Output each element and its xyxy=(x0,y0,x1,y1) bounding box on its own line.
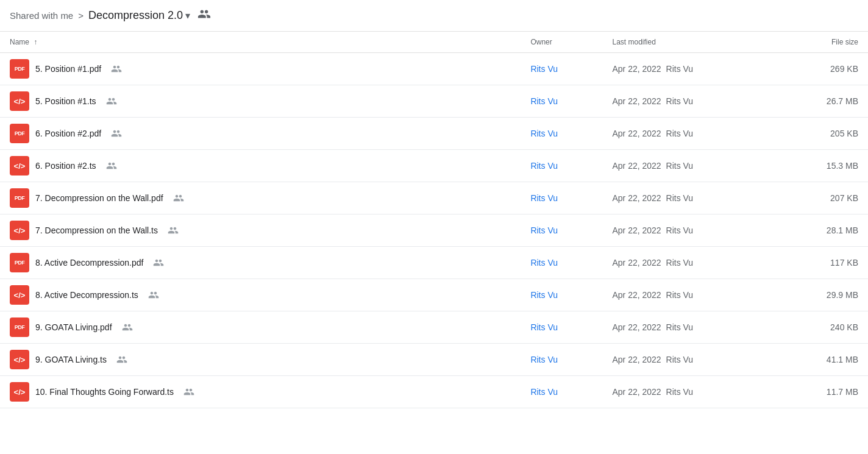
shared-people-icon[interactable] xyxy=(197,7,211,24)
file-name-cell[interactable]: PDF 7. Decompression on the Wall.pdf xyxy=(0,182,521,215)
file-size-cell: 117 KB xyxy=(778,247,868,279)
file-size-cell: 240 KB xyxy=(778,311,868,344)
shared-icon xyxy=(106,96,117,107)
file-owner-cell: Rits Vu xyxy=(521,85,602,118)
file-name-cell[interactable]: PDF 6. Position #2.pdf xyxy=(0,118,521,150)
modified-by-label: Rits Vu xyxy=(666,258,694,268)
file-modified-cell: Apr 22, 2022 Rits Vu xyxy=(602,53,778,85)
modified-by-label: Rits Vu xyxy=(666,387,694,397)
file-size-cell: 26.7 MB xyxy=(778,85,868,118)
modified-by-label: Rits Vu xyxy=(666,161,694,171)
shared-icon xyxy=(122,322,133,333)
file-owner-cell: Rits Vu xyxy=(521,376,602,408)
file-name-cell[interactable]: PDF 9. GOATA Living.pdf xyxy=(0,311,521,344)
file-owner-cell: Rits Vu xyxy=(521,150,602,182)
file-name-label: 9. GOATA Living.ts xyxy=(35,355,107,364)
file-name-cell[interactable]: </> 5. Position #1.ts xyxy=(0,85,521,118)
file-modified-cell: Apr 22, 2022 Rits Vu xyxy=(602,118,778,150)
folder-dropdown-icon[interactable]: ▾ xyxy=(185,10,190,21)
file-size-cell: 29.9 MB xyxy=(778,279,868,311)
file-name-cell[interactable]: </> 7. Decompression on the Wall.ts xyxy=(0,215,521,247)
file-owner-cell: Rits Vu xyxy=(521,118,602,150)
file-name-label: 8. Active Decompression.ts xyxy=(35,290,138,300)
file-owner-cell: Rits Vu xyxy=(521,182,602,215)
modified-by-label: Rits Vu xyxy=(666,225,694,235)
file-name-label: 7. Decompression on the Wall.ts xyxy=(35,225,158,235)
modified-by-label: Rits Vu xyxy=(666,290,694,300)
ts-file-icon: </> xyxy=(10,91,29,111)
breadcrumb-shared-with-me[interactable]: Shared with me xyxy=(10,10,73,21)
modified-by-label: Rits Vu xyxy=(666,193,694,203)
file-modified-cell: Apr 22, 2022 Rits Vu xyxy=(602,344,778,376)
file-modified-cell: Apr 22, 2022 Rits Vu xyxy=(602,311,778,344)
shared-icon xyxy=(111,128,122,139)
table-row[interactable]: PDF 7. Decompression on the Wall.pdf Rit… xyxy=(0,182,868,215)
shared-icon xyxy=(168,225,179,236)
shared-icon xyxy=(173,193,184,204)
file-name-cell[interactable]: PDF 5. Position #1.pdf xyxy=(0,53,521,85)
table-row[interactable]: PDF 5. Position #1.pdf Rits Vu Apr 22, 2… xyxy=(0,53,868,85)
shared-icon xyxy=(116,354,127,365)
table-row[interactable]: </> 9. GOATA Living.ts Rits Vu Apr 22, 2… xyxy=(0,344,868,376)
pdf-file-icon: PDF xyxy=(10,188,29,208)
file-name-cell[interactable]: PDF 8. Active Decompression.pdf xyxy=(0,247,521,279)
ts-file-icon: </> xyxy=(10,156,29,176)
sort-arrow-icon: ↑ xyxy=(34,38,37,46)
file-modified-cell: Apr 22, 2022 Rits Vu xyxy=(602,247,778,279)
file-modified-cell: Apr 22, 2022 Rits Vu xyxy=(602,182,778,215)
pdf-file-icon: PDF xyxy=(10,59,29,79)
column-header-size[interactable]: File size xyxy=(778,32,868,53)
file-name-label: 7. Decompression on the Wall.pdf xyxy=(35,193,163,203)
modified-by-label: Rits Vu xyxy=(666,64,694,74)
column-header-owner[interactable]: Owner xyxy=(521,32,602,53)
modified-by-label: Rits Vu xyxy=(666,322,694,332)
file-size-cell: 207 KB xyxy=(778,182,868,215)
file-modified-cell: Apr 22, 2022 Rits Vu xyxy=(602,376,778,408)
file-owner-cell: Rits Vu xyxy=(521,279,602,311)
ts-file-icon: </> xyxy=(10,350,29,369)
file-name-label: 6. Position #2.ts xyxy=(35,161,96,171)
file-name-cell[interactable]: </> 9. GOATA Living.ts xyxy=(0,344,521,376)
ts-file-icon: </> xyxy=(10,221,29,240)
file-name-label: 9. GOATA Living.pdf xyxy=(35,322,112,332)
pdf-file-icon: PDF xyxy=(10,124,29,143)
file-name-label: 5. Position #1.pdf xyxy=(35,64,101,74)
table-row[interactable]: </> 7. Decompression on the Wall.ts Rits… xyxy=(0,215,868,247)
file-list-table: Name ↑ Owner Last modified File size PDF… xyxy=(0,32,868,408)
file-size-cell: 15.3 MB xyxy=(778,150,868,182)
shared-icon xyxy=(153,257,164,268)
file-name-cell[interactable]: </> 10. Final Thoughts Going Forward.ts xyxy=(0,376,521,408)
table-row[interactable]: PDF 9. GOATA Living.pdf Rits Vu Apr 22, … xyxy=(0,311,868,344)
file-name-label: 8. Active Decompression.pdf xyxy=(35,258,143,268)
file-name-label: 6. Position #2.pdf xyxy=(35,129,101,138)
file-modified-cell: Apr 22, 2022 Rits Vu xyxy=(602,279,778,311)
table-row[interactable]: PDF 8. Active Decompression.pdf Rits Vu … xyxy=(0,247,868,279)
column-header-modified[interactable]: Last modified xyxy=(602,32,778,53)
table-row[interactable]: </> 10. Final Thoughts Going Forward.ts … xyxy=(0,376,868,408)
ts-file-icon: </> xyxy=(10,382,29,402)
column-header-name[interactable]: Name ↑ xyxy=(0,32,521,53)
table-row[interactable]: </> 8. Active Decompression.ts Rits Vu A… xyxy=(0,279,868,311)
file-name-cell[interactable]: </> 6. Position #2.ts xyxy=(0,150,521,182)
table-row[interactable]: </> 5. Position #1.ts Rits Vu Apr 22, 20… xyxy=(0,85,868,118)
modified-by-label: Rits Vu xyxy=(666,129,694,138)
file-modified-cell: Apr 22, 2022 Rits Vu xyxy=(602,150,778,182)
ts-file-icon: </> xyxy=(10,285,29,305)
table-row[interactable]: </> 6. Position #2.ts Rits Vu Apr 22, 20… xyxy=(0,150,868,182)
file-size-cell: 269 KB xyxy=(778,53,868,85)
file-owner-cell: Rits Vu xyxy=(521,247,602,279)
file-size-cell: 41.1 MB xyxy=(778,344,868,376)
breadcrumb-current-folder: Decompression 2.0 ▾ xyxy=(88,9,190,22)
file-modified-cell: Apr 22, 2022 Rits Vu xyxy=(602,85,778,118)
shared-icon xyxy=(106,160,117,171)
file-owner-cell: Rits Vu xyxy=(521,344,602,376)
shared-icon xyxy=(148,289,159,300)
file-name-label: 10. Final Thoughts Going Forward.ts xyxy=(35,387,174,397)
file-owner-cell: Rits Vu xyxy=(521,311,602,344)
pdf-file-icon: PDF xyxy=(10,253,29,272)
breadcrumb-bar: Shared with me > Decompression 2.0 ▾ xyxy=(0,0,868,32)
file-name-cell[interactable]: </> 8. Active Decompression.ts xyxy=(0,279,521,311)
table-row[interactable]: PDF 6. Position #2.pdf Rits Vu Apr 22, 2… xyxy=(0,118,868,150)
modified-by-label: Rits Vu xyxy=(666,96,694,106)
file-modified-cell: Apr 22, 2022 Rits Vu xyxy=(602,215,778,247)
